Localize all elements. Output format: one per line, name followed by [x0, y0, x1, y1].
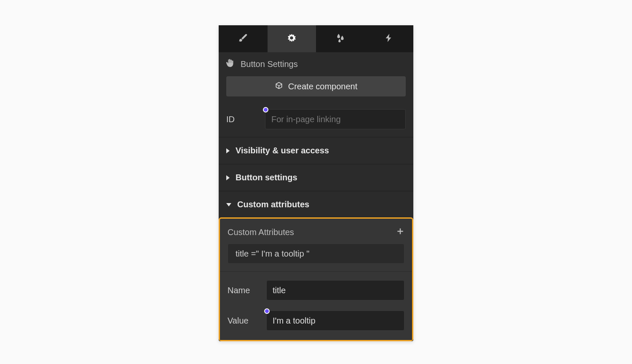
id-label: ID: [226, 115, 265, 124]
section-button-settings[interactable]: Button settings: [219, 164, 413, 191]
attribute-value-row: Value: [220, 305, 412, 340]
tab-style[interactable]: [219, 25, 268, 52]
tab-interactions[interactable]: [365, 25, 414, 52]
section-button-settings-label: Button settings: [236, 173, 297, 182]
settings-panel: Button Settings Create component ID Visi…: [219, 25, 413, 341]
attribute-name-label: Name: [228, 286, 266, 295]
divider: [220, 271, 412, 272]
settings-header: Button Settings: [219, 52, 413, 76]
attribute-name-input[interactable]: [266, 280, 404, 300]
section-visibility[interactable]: Visibility & user access: [219, 137, 413, 164]
caret-right-icon: [226, 148, 230, 153]
attribute-entry-text: title =" I'm a tooltip ": [236, 249, 309, 259]
custom-attributes-panel: Custom Attributes title =" I'm a tooltip…: [219, 217, 413, 341]
attribute-value-input[interactable]: [266, 310, 404, 331]
pointer-icon: [225, 58, 236, 70]
id-input[interactable]: [265, 109, 406, 129]
attribute-entry[interactable]: title =" I'm a tooltip ": [228, 244, 404, 264]
lightning-icon: [383, 32, 394, 45]
gear-icon: [286, 32, 297, 45]
custom-attributes-header: Custom Attributes: [220, 219, 412, 244]
panel-tabs: [219, 25, 413, 52]
caret-right-icon: [226, 175, 230, 180]
create-component-button[interactable]: Create component: [226, 76, 406, 96]
id-row: ID: [219, 104, 413, 137]
section-custom-attributes[interactable]: Custom attributes: [219, 191, 413, 218]
attribute-name-row: Name: [220, 275, 412, 305]
create-component-label: Create component: [288, 82, 358, 91]
caret-down-icon: [226, 203, 231, 206]
cube-icon: [275, 81, 283, 92]
id-input-wrap: [265, 109, 406, 129]
settings-title: Button Settings: [241, 59, 298, 69]
binding-indicator-icon: [264, 308, 270, 314]
section-custom-attributes-label: Custom attributes: [237, 200, 309, 209]
brush-icon: [238, 32, 249, 45]
drops-icon: [335, 32, 346, 45]
attribute-value-input-wrap: [266, 310, 404, 331]
section-visibility-label: Visibility & user access: [236, 146, 329, 155]
attribute-name-input-wrap: [266, 280, 404, 300]
custom-attributes-title: Custom Attributes: [228, 228, 294, 237]
tab-settings[interactable]: [268, 25, 316, 52]
create-component-row: Create component: [219, 76, 413, 104]
attribute-value-label: Value: [228, 316, 266, 326]
tab-effects[interactable]: [316, 25, 365, 52]
binding-indicator-icon: [263, 107, 268, 112]
add-attribute-button[interactable]: [396, 227, 404, 238]
